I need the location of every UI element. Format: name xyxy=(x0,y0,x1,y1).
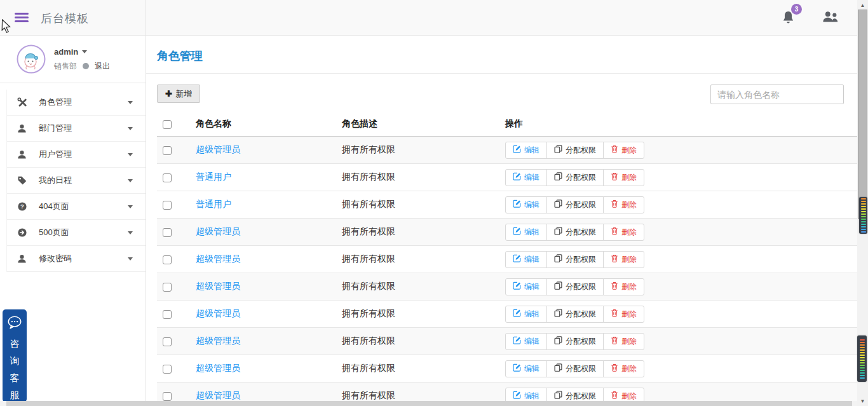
logout-link[interactable]: 退出 xyxy=(95,61,110,72)
row-actions: 编辑分配权限删除 xyxy=(505,360,644,377)
row-checkbox[interactable] xyxy=(163,310,172,319)
assign-permissions-button[interactable]: 分配权限 xyxy=(546,306,604,323)
trash-icon xyxy=(611,309,618,319)
role-name-link[interactable]: 普通用户 xyxy=(196,172,231,182)
row-checkbox[interactable] xyxy=(163,255,172,264)
trash-icon xyxy=(611,391,618,401)
sidebar-item-page-500[interactable]: 500页面 xyxy=(7,220,146,246)
edit-button[interactable]: 编辑 xyxy=(505,142,547,159)
status-dot-icon xyxy=(83,63,89,69)
plus-icon: ✚ xyxy=(165,89,172,98)
vertical-scrollbar-thumb[interactable] xyxy=(858,10,867,219)
horizontal-scrollbar[interactable] xyxy=(0,401,857,406)
edit-button[interactable]: 编辑 xyxy=(505,306,547,323)
user-dropdown[interactable]: admin xyxy=(54,47,110,57)
assign-permissions-button[interactable]: 分配权限 xyxy=(546,224,604,241)
row-checkbox[interactable] xyxy=(163,228,172,237)
trash-icon xyxy=(611,200,618,210)
table-row: 超级管理员拥有所有权限编辑分配权限删除 xyxy=(157,246,857,273)
notifications-button[interactable]: 3 xyxy=(781,10,796,26)
row-checkbox[interactable] xyxy=(163,337,172,346)
bell-icon xyxy=(781,17,796,28)
delete-button[interactable]: 删除 xyxy=(603,224,644,241)
sidebar-item-change-password[interactable]: 修改密码 xyxy=(7,246,146,272)
table-row: 普通用户拥有所有权限编辑分配权限删除 xyxy=(157,164,857,191)
delete-button[interactable]: 删除 xyxy=(603,169,644,186)
assign-permissions-button[interactable]: 分配权限 xyxy=(546,278,604,295)
select-all-checkbox[interactable] xyxy=(163,120,172,129)
table-row: 超级管理员拥有所有权限编辑分配权限删除 xyxy=(157,328,857,355)
sidebar-item-label: 我的日程 xyxy=(39,175,128,186)
chevron-down-icon xyxy=(128,127,133,130)
clone-icon xyxy=(554,145,562,155)
sidebar-item-role-management[interactable]: 角色管理 xyxy=(7,90,146,116)
row-checkbox[interactable] xyxy=(163,392,172,401)
role-name-link[interactable]: 超级管理员 xyxy=(196,226,240,236)
avatar[interactable] xyxy=(17,44,46,74)
role-description: 拥有所有权限 xyxy=(342,335,395,346)
users-button[interactable] xyxy=(822,11,839,25)
row-checkbox[interactable] xyxy=(163,365,172,374)
edit-button[interactable]: 编辑 xyxy=(505,251,547,268)
edit-button[interactable]: 编辑 xyxy=(505,169,547,186)
edit-button[interactable]: 编辑 xyxy=(505,224,547,241)
assign-permissions-button[interactable]: 分配权限 xyxy=(546,142,604,159)
assign-permissions-button[interactable]: 分配权限 xyxy=(546,360,604,377)
delete-button[interactable]: 删除 xyxy=(603,196,644,213)
notification-badge: 3 xyxy=(791,4,802,15)
horizontal-scrollbar-thumb[interactable] xyxy=(6,401,852,406)
row-actions: 编辑分配权限删除 xyxy=(505,196,644,213)
role-name-link[interactable]: 超级管理员 xyxy=(196,281,240,291)
row-checkbox[interactable] xyxy=(163,173,172,182)
sidebar-item-user-management[interactable]: 用户管理 xyxy=(7,142,146,168)
roles-table: 角色名称 角色描述 操作 超级管理员拥有所有权限编辑分配权限删除普通用户拥有所有… xyxy=(157,114,857,406)
delete-button[interactable]: 删除 xyxy=(603,142,644,159)
toolbar: ✚ 新增 xyxy=(157,85,846,104)
row-actions: 编辑分配权限删除 xyxy=(505,169,644,186)
assign-permissions-button[interactable]: 分配权限 xyxy=(546,333,604,350)
customer-service-widget[interactable]: 咨询客服 xyxy=(3,309,27,402)
role-description: 拥有所有权限 xyxy=(342,254,395,264)
role-name-link[interactable]: 普通用户 xyxy=(196,199,231,209)
trash-icon xyxy=(611,172,618,182)
scroll-up-arrow[interactable]: ▲ xyxy=(857,0,868,10)
chevron-down-icon xyxy=(82,50,87,53)
role-name-link[interactable]: 超级管理员 xyxy=(196,254,240,264)
role-name-link[interactable]: 超级管理员 xyxy=(196,390,240,400)
edit-button[interactable]: 编辑 xyxy=(505,333,547,350)
assign-permissions-button[interactable]: 分配权限 xyxy=(546,169,604,186)
delete-button[interactable]: 删除 xyxy=(603,333,644,350)
column-header-actions: 操作 xyxy=(505,114,857,137)
edit-button[interactable]: 编辑 xyxy=(505,196,547,213)
row-actions: 编辑分配权限删除 xyxy=(505,142,644,159)
chevron-down-icon xyxy=(128,101,133,104)
sidebar-item-department-management[interactable]: 部门管理 xyxy=(7,116,146,142)
row-checkbox[interactable] xyxy=(163,146,172,155)
role-description: 拥有所有权限 xyxy=(342,144,395,154)
delete-button[interactable]: 删除 xyxy=(603,306,644,323)
sidebar-item-my-schedule[interactable]: 我的日程 xyxy=(7,168,146,194)
sidebar-item-page-404[interactable]: ?404页面 xyxy=(7,194,146,220)
add-button[interactable]: ✚ 新增 xyxy=(157,85,200,103)
role-name-link[interactable]: 超级管理员 xyxy=(196,335,240,346)
scroll-down-arrow[interactable]: ▼ xyxy=(857,396,868,406)
user-icon xyxy=(17,149,28,160)
role-name-link[interactable]: 超级管理员 xyxy=(196,363,240,373)
assign-permissions-button[interactable]: 分配权限 xyxy=(546,196,604,213)
search-input[interactable] xyxy=(710,85,844,104)
delete-button[interactable]: 删除 xyxy=(603,278,644,295)
role-name-link[interactable]: 超级管理员 xyxy=(196,144,240,154)
column-header-desc: 角色描述 xyxy=(342,114,505,137)
role-name-link[interactable]: 超级管理员 xyxy=(196,308,240,318)
assign-permissions-button[interactable]: 分配权限 xyxy=(546,251,604,268)
delete-button[interactable]: 删除 xyxy=(603,360,644,377)
edit-icon xyxy=(513,145,521,155)
table-row: 超级管理员拥有所有权限编辑分配权限删除 xyxy=(157,355,857,382)
row-checkbox[interactable] xyxy=(163,201,172,210)
chevron-down-icon xyxy=(128,205,133,208)
delete-button[interactable]: 删除 xyxy=(603,251,644,268)
hamburger-menu-icon[interactable] xyxy=(15,11,29,24)
edit-button[interactable]: 编辑 xyxy=(505,278,547,295)
row-checkbox[interactable] xyxy=(163,283,172,292)
edit-button[interactable]: 编辑 xyxy=(505,360,547,377)
